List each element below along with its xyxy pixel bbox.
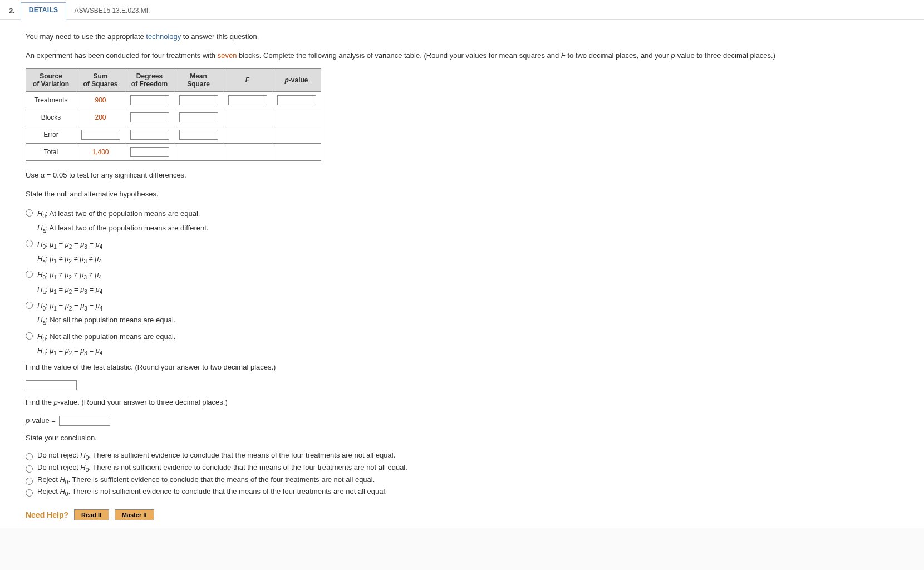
blocks-ss: 200 [95, 114, 106, 121]
hyp-radio-3[interactable] [26, 271, 33, 278]
concl-option-1: Do not reject H0. There is sufficient ev… [26, 451, 898, 461]
hyp-option-2: H0: μ1 = μ2 = μ3 = μ4 Ha: μ1 ≠ μ2 ≠ μ3 ≠… [26, 238, 898, 266]
help-bar: Need Help? Read It Master It [26, 509, 898, 520]
table-row: Treatments 900 [26, 92, 321, 109]
alpha-line: Use α = 0.05 to test for any significant… [26, 170, 898, 181]
pvalue-prompt: Find the p-value. (Round your answer to … [26, 397, 898, 408]
blocks-ms-input[interactable] [179, 112, 218, 122]
technology-link[interactable]: technology [146, 32, 181, 41]
error-df-input[interactable] [130, 130, 169, 140]
prompt-text: An experiment has been conducted for fou… [26, 50, 898, 61]
concl-radio-4[interactable] [26, 489, 33, 497]
question-body: You may need to use the appropriate tech… [0, 20, 924, 528]
hyp-header: State the null and alternative hypothese… [26, 189, 898, 200]
question-ref: ASWSBE15 13.E.023.MI. [66, 2, 158, 19]
tab-details[interactable]: DETAILS [21, 2, 67, 20]
hyp-option-5: H0: Not all the population means are equ… [26, 330, 898, 358]
concl-radio-1[interactable] [26, 453, 33, 460]
test-stat-input[interactable] [26, 380, 77, 390]
blocks-df-input[interactable] [130, 112, 169, 122]
concl-option-3: Reject H0. There is sufficient evidence … [26, 475, 898, 485]
table-row: Blocks 200 [26, 109, 321, 126]
total-df-input[interactable] [130, 147, 169, 157]
error-ms-input[interactable] [179, 130, 218, 140]
hyp-option-3: H0: μ1 ≠ μ2 ≠ μ3 ≠ μ4 Ha: μ1 = μ2 = μ3 =… [26, 268, 898, 297]
concl-option-4: Reject H0. There is not sufficient evide… [26, 487, 898, 497]
treatments-f-input[interactable] [228, 95, 267, 105]
test-stat-prompt: Find the value of the test statistic. (R… [26, 362, 898, 373]
table-row: Total 1,400 [26, 144, 321, 161]
hyp-radio-1[interactable] [26, 209, 33, 217]
treatments-df-input[interactable] [130, 95, 169, 105]
hyp-radio-4[interactable] [26, 302, 33, 309]
concl-radio-3[interactable] [26, 478, 33, 485]
concl-option-2: Do not reject H0. There is not sufficien… [26, 463, 898, 473]
read-it-button[interactable]: Read It [74, 509, 109, 520]
treatments-ss: 900 [95, 96, 106, 104]
hyp-radio-2[interactable] [26, 240, 33, 247]
need-help-label: Need Help? [26, 510, 68, 519]
conclusion-header: State your conclusion. [26, 433, 898, 444]
question-number: 2. [3, 2, 21, 19]
pvalue-input[interactable] [59, 416, 110, 426]
hyp-option-1: H0: At least two of the population means… [26, 207, 898, 235]
treatments-p-input[interactable] [277, 95, 316, 105]
concl-radio-2[interactable] [26, 465, 33, 473]
table-row: Error [26, 126, 321, 144]
treatments-ms-input[interactable] [179, 95, 218, 105]
error-ss-input[interactable] [81, 130, 120, 140]
anova-table: Sourceof Variation Sumof Squares Degrees… [26, 68, 321, 161]
master-it-button[interactable]: Master It [115, 509, 154, 520]
hyp-radio-5[interactable] [26, 332, 33, 340]
blocks-count: seven [218, 51, 237, 60]
question-header: 2. DETAILS ASWSBE15 13.E.023.MI. [0, 0, 924, 20]
total-ss: 1,400 [92, 148, 109, 156]
hyp-option-4: H0: μ1 = μ2 = μ3 = μ4 Ha: Not all the po… [26, 299, 898, 328]
intro-text: You may need to use the appropriate tech… [26, 31, 898, 42]
